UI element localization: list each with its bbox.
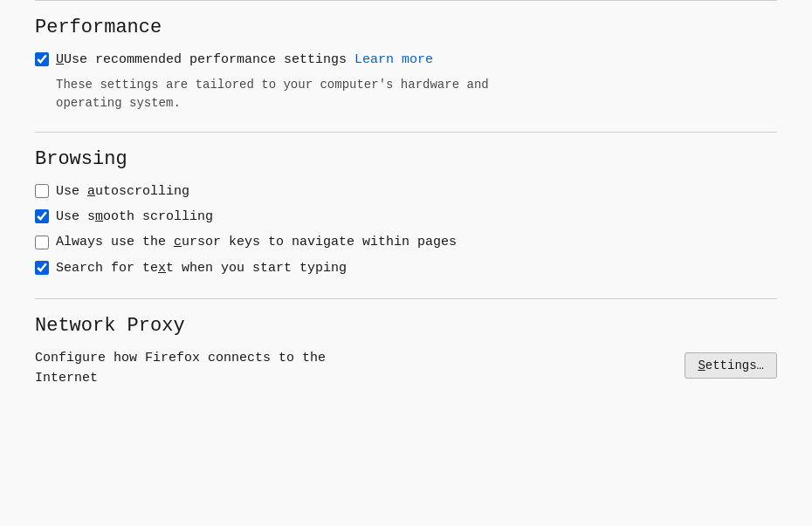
network-proxy-row: Configure how Firefox connects to the In… (35, 349, 777, 388)
autoscrolling-checkbox-wrapper[interactable] (35, 184, 49, 202)
smooth-scrolling-checkbox[interactable] (35, 209, 49, 223)
autoscrolling-checkbox[interactable] (35, 184, 49, 198)
network-proxy-section: Network Proxy Configure how Firefox conn… (35, 298, 777, 402)
performance-option-row: UUse recommended performance settings Le… (35, 51, 777, 71)
network-proxy-description: Configure how Firefox connects to the In… (35, 349, 326, 388)
search-text-underline: x (158, 261, 166, 276)
autoscrolling-underline: a (87, 184, 95, 199)
settings-button-underline: S (698, 359, 705, 372)
performance-section: Performance UUse recommended performance… (35, 0, 777, 132)
performance-checkbox-label[interactable]: UUse recommended performance settings Le… (56, 51, 433, 69)
search-text-checkbox-wrapper[interactable] (35, 261, 49, 279)
browsing-title: Browsing (35, 148, 777, 170)
browsing-section: Browsing Use autoscrolling Use smooth sc… (35, 132, 777, 298)
cursor-keys-label[interactable]: Always use the cursor keys to navigate w… (56, 233, 457, 251)
performance-description: These settings are tailored to your comp… (56, 76, 777, 113)
network-proxy-title: Network Proxy (35, 315, 777, 337)
search-text-row: Search for text when you start typing (35, 259, 777, 279)
smooth-scrolling-label[interactable]: Use smooth scrolling (56, 208, 213, 226)
cursor-keys-underline: c (174, 235, 182, 249)
performance-label-underline: U (56, 52, 64, 67)
smooth-scrolling-checkbox-wrapper[interactable] (35, 209, 49, 228)
cursor-keys-row: Always use the cursor keys to navigate w… (35, 233, 777, 254)
network-proxy-settings-button[interactable]: Settings… (685, 352, 777, 379)
performance-title: Performance (35, 17, 777, 38)
settings-page: Performance UUse recommended performance… (0, 0, 812, 526)
autoscrolling-row: Use autoscrolling (35, 182, 777, 202)
cursor-keys-checkbox[interactable] (35, 236, 49, 249)
performance-checkbox-wrapper[interactable] (35, 52, 49, 71)
search-text-label[interactable]: Search for text when you start typing (56, 259, 347, 277)
learn-more-link[interactable]: Learn more (354, 52, 433, 67)
cursor-keys-checkbox-wrapper[interactable] (35, 236, 49, 254)
autoscrolling-label[interactable]: Use autoscrolling (56, 182, 189, 201)
performance-checkbox[interactable] (35, 52, 49, 66)
search-text-checkbox[interactable] (35, 261, 49, 275)
smooth-scrolling-row: Use smooth scrolling (35, 208, 777, 228)
smooth-scrolling-underline: m (95, 209, 103, 224)
